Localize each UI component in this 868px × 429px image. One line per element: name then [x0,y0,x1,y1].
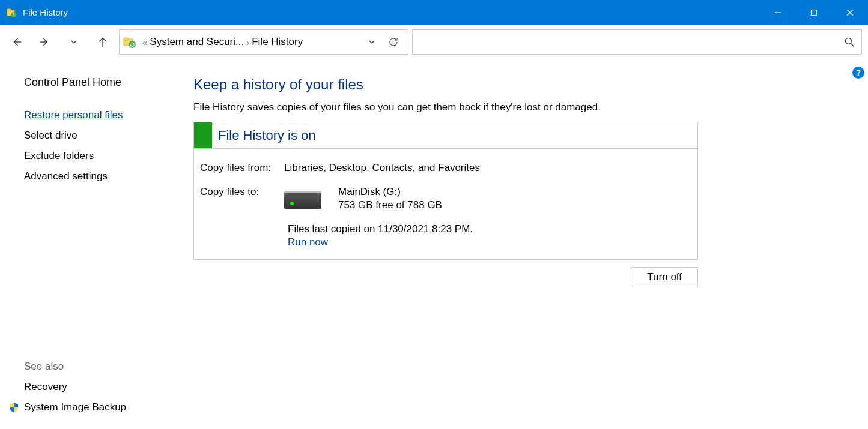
back-button[interactable] [4,29,29,55]
last-copied-text: Files last copied on 11/30/2021 8:23 PM. [200,223,691,235]
sidebar-link-exclude-folders[interactable]: Exclude folders [24,150,180,162]
maximize-button[interactable] [796,0,832,25]
turn-off-button[interactable]: Turn off [631,267,698,287]
hard-drive-icon [284,191,321,209]
drive-name: MainDisk (G:) [338,186,442,198]
address-dropdown-button[interactable] [361,31,383,53]
svg-line-14 [851,44,854,47]
svg-rect-11 [124,38,128,40]
content-area: ? Control Panel Home Restore personal fi… [0,59,868,429]
svg-point-12 [129,41,136,48]
breadcrumb-separator: « [140,37,150,47]
sidebar-link-advanced-settings[interactable]: Advanced settings [24,170,180,182]
copy-from-label: Copy files from: [200,162,284,174]
shield-icon [8,402,19,413]
minimize-button[interactable] [760,0,796,25]
recent-locations-button[interactable] [61,29,86,55]
file-history-icon [6,7,17,18]
page-heading: Keep a history of your files [193,76,856,93]
status-on-indicator [194,122,212,148]
sidebar-link-restore-personal-files[interactable]: Restore personal files [24,109,180,121]
toolbar: « System and Securi... › File History [0,25,868,59]
status-title: File History is on [218,128,316,143]
breadcrumb-segment-2[interactable]: File History [252,36,303,48]
address-bar[interactable]: « System and Securi... › File History [119,29,408,55]
window-title: File History [23,7,68,17]
search-box[interactable] [412,29,862,55]
see-also-label: See also [24,361,180,373]
refresh-button[interactable] [383,31,404,53]
copy-to-label: Copy files to: [200,186,284,198]
svg-point-13 [845,38,851,44]
run-now-link[interactable]: Run now [200,236,691,248]
copy-from-value: Libraries, Desktop, Contacts, and Favori… [284,162,691,174]
status-panel: File History is on Copy files from: Libr… [193,122,698,260]
status-header: File History is on [194,122,697,149]
sidebar-link-system-image-backup[interactable]: System Image Backup [24,401,180,413]
sidebar-link-system-image-backup-label: System Image Backup [24,401,126,413]
sidebar-link-recovery-label: Recovery [24,381,67,393]
search-icon[interactable] [843,36,855,48]
svg-rect-4 [812,10,817,15]
page-subtitle: File History saves copies of your files … [193,101,856,113]
main-panel: Keep a history of your files File Histor… [180,59,868,429]
sidebar-link-recovery[interactable]: Recovery [24,381,180,393]
chevron-right-icon: › [244,37,252,47]
svg-rect-1 [7,8,11,11]
drive-space: 753 GB free of 788 GB [338,199,442,211]
close-button[interactable] [832,0,868,25]
title-bar: File History [0,0,868,25]
breadcrumb-segment-1[interactable]: System and Securi... [150,36,244,48]
sidebar: Control Panel Home Restore personal file… [0,59,180,429]
sidebar-link-select-drive[interactable]: Select drive [24,130,180,142]
forward-button[interactable] [32,29,58,55]
folder-sync-icon [123,35,136,49]
control-panel-home-link[interactable]: Control Panel Home [24,76,180,89]
up-button[interactable] [90,29,115,55]
